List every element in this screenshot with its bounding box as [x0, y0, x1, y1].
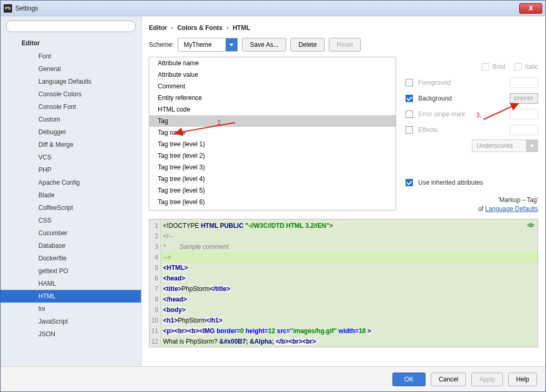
- tree-item-gettext-po[interactable]: gettext PO: [1, 265, 141, 277]
- tree-item-custom[interactable]: Custom: [1, 113, 141, 126]
- apply-button[interactable]: Apply: [471, 373, 503, 386]
- scheme-select[interactable]: MyTheme: [178, 38, 238, 52]
- inherit-note: 'Markup→Tag' of Language Defaults: [406, 196, 538, 214]
- svg-marker-3: [530, 145, 534, 147]
- attr-item[interactable]: Attribute value: [149, 69, 396, 81]
- titlebar: PS Settings X: [1, 1, 545, 16]
- background-checkbox[interactable]: [406, 95, 413, 102]
- attr-item[interactable]: Tag tree (level 5): [149, 185, 396, 196]
- tree-item-json[interactable]: JSON: [1, 328, 141, 340]
- tree-item-apache-config[interactable]: Apache Config: [1, 176, 141, 189]
- background-swatch[interactable]: EFEFEF: [510, 93, 538, 104]
- tree-item-ini[interactable]: Ini: [1, 303, 141, 315]
- svg-marker-2: [229, 44, 234, 46]
- ok-button[interactable]: OK: [392, 373, 426, 386]
- tree-item-coffeescript[interactable]: CoffeeScript: [1, 202, 141, 214]
- gutter: 123456789101112: [149, 219, 161, 347]
- scheme-label: Scheme:: [149, 41, 174, 48]
- tree-header-editor[interactable]: Editor: [1, 36, 141, 50]
- chevron-down-icon: [526, 140, 538, 152]
- effects-swatch[interactable]: [510, 125, 538, 135]
- tree-item-cucumber[interactable]: Cucumber: [1, 227, 141, 239]
- tree-item-vcs[interactable]: VCS: [1, 151, 141, 164]
- tree-item-blade[interactable]: Blade: [1, 189, 141, 202]
- scheme-value: MyTheme: [178, 41, 226, 48]
- breadcrumb-part: Colors & Fonts: [177, 24, 223, 32]
- delete-button[interactable]: Delete: [290, 38, 325, 52]
- inherit-label: Use inherited attributes: [418, 179, 538, 186]
- foreground-checkbox[interactable]: [406, 79, 413, 86]
- chevron-down-icon: [226, 38, 237, 51]
- attr-item[interactable]: Tag name: [149, 127, 396, 138]
- tree-item-dockerfile[interactable]: Dockerfile: [1, 252, 141, 265]
- code-area: <!DOCTYPE HTML PUBLIC "-//W3C//DTD HTML …: [161, 219, 538, 347]
- tree-item-font[interactable]: Font: [1, 50, 141, 63]
- breadcrumb: Editor › Colors & Fonts › HTML: [141, 16, 545, 36]
- dialog-footer: OK Cancel Apply Help: [1, 366, 545, 391]
- bold-checkbox[interactable]: [482, 63, 489, 71]
- search-input-wrap: [6, 21, 136, 32]
- tree-item-haml[interactable]: HAML: [1, 277, 141, 290]
- tree-item-general[interactable]: General: [1, 63, 141, 75]
- tree-item-database[interactable]: Database: [1, 239, 141, 252]
- properties-panel: Bold Italic Foreground Ba: [406, 57, 538, 214]
- italic-label: Italic: [525, 63, 538, 71]
- tree-item-html[interactable]: HTML: [1, 290, 141, 303]
- attribute-list[interactable]: Attribute nameAttribute valueCommentEnti…: [149, 57, 396, 210]
- inherit-link[interactable]: Language Defaults: [485, 205, 538, 213]
- tree-item-console-colors[interactable]: Console Colors: [1, 88, 141, 100]
- attr-item[interactable]: Comment: [149, 81, 396, 92]
- scheme-row: Scheme: MyTheme Save As... Delete Reset: [141, 36, 545, 57]
- error-stripe-label: Error stripe mark: [418, 110, 504, 118]
- tree-item-css[interactable]: CSS: [1, 214, 141, 227]
- svg-point-4: [530, 224, 532, 226]
- attr-item[interactable]: Tag tree (level 4): [149, 173, 396, 185]
- window-title: Settings: [15, 5, 38, 12]
- effects-label: Effects: [418, 126, 504, 134]
- effects-checkbox[interactable]: [406, 126, 413, 134]
- eye-icon[interactable]: [527, 222, 534, 229]
- breadcrumb-part: HTML: [232, 24, 250, 32]
- tree-item-diff-merge[interactable]: Diff & Merge: [1, 138, 141, 151]
- tree-item-language-defaults[interactable]: Language Defaults: [1, 75, 141, 88]
- error-stripe-checkbox[interactable]: [406, 110, 413, 118]
- attr-item[interactable]: Tag tree (level 2): [149, 150, 396, 162]
- reset-button[interactable]: Reset: [329, 38, 361, 52]
- attr-item[interactable]: Entity reference: [149, 92, 396, 104]
- bold-label: Bold: [492, 63, 505, 71]
- background-label: Background: [418, 95, 504, 102]
- attr-item[interactable]: Attribute name: [149, 57, 396, 69]
- tree-item-console-font[interactable]: Console Font: [1, 100, 141, 113]
- attr-item[interactable]: Tag: [149, 115, 396, 127]
- attr-item[interactable]: HTML code: [149, 104, 396, 115]
- tree-item-debugger[interactable]: Debugger: [1, 126, 141, 138]
- sidebar: Editor FontGeneralLanguage DefaultsConso…: [1, 16, 141, 366]
- attr-item[interactable]: Tag tree (level 1): [149, 138, 396, 150]
- effects-value: Underscored: [472, 142, 526, 149]
- code-preview: 123456789101112 <!DOCTYPE HTML PUBLIC "-…: [149, 219, 538, 347]
- error-stripe-swatch[interactable]: [510, 109, 538, 119]
- tree-item-javascript[interactable]: JavaScript: [1, 315, 141, 328]
- inherit-checkbox[interactable]: [406, 179, 413, 186]
- main-panel: Editor › Colors & Fonts › HTML Scheme: M…: [141, 16, 545, 366]
- tree-item-php[interactable]: PHP: [1, 164, 141, 176]
- app-icon: PS: [4, 4, 12, 13]
- foreground-label: Foreground: [418, 79, 504, 86]
- search-input[interactable]: [6, 21, 136, 32]
- help-button[interactable]: Help: [508, 373, 537, 386]
- close-button[interactable]: X: [519, 3, 542, 14]
- attr-item[interactable]: Tag tree (level 6): [149, 196, 396, 208]
- save-as-button[interactable]: Save As...: [242, 38, 286, 52]
- foreground-swatch[interactable]: [510, 77, 538, 88]
- settings-tree[interactable]: Editor FontGeneralLanguage DefaultsConso…: [1, 36, 141, 366]
- italic-checkbox[interactable]: [514, 63, 522, 71]
- effects-select[interactable]: Underscored: [472, 139, 538, 152]
- breadcrumb-part: Editor: [149, 24, 167, 32]
- cancel-button[interactable]: Cancel: [431, 373, 466, 386]
- attr-item[interactable]: Tag tree (level 3): [149, 162, 396, 173]
